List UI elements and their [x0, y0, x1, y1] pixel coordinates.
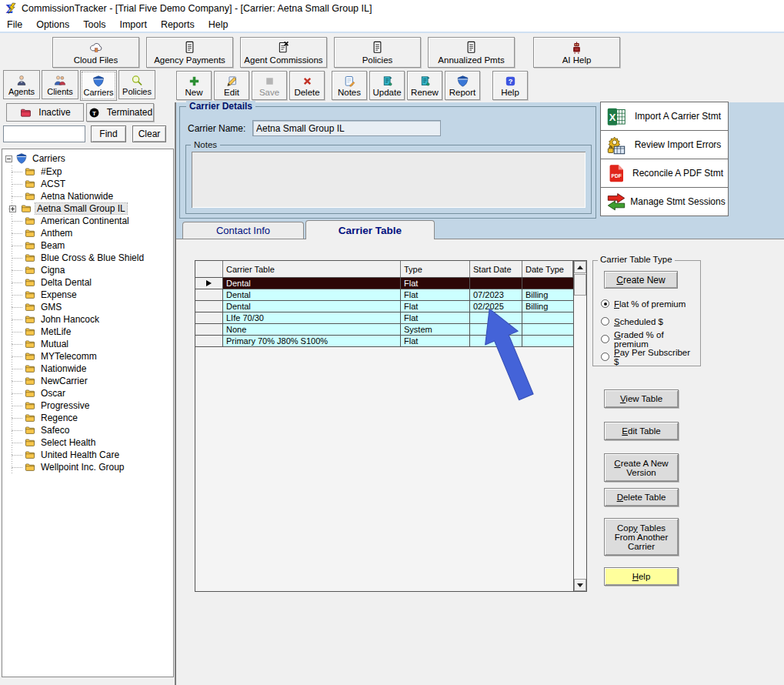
- record-toolbar-button[interactable]: Delete: [289, 71, 325, 100]
- statement-button[interactable]: X Import A Carrier Stmt: [600, 102, 729, 131]
- menu-item[interactable]: Reports: [154, 18, 202, 32]
- tree-item-carrier[interactable]: Wellpoint Inc. Group: [8, 461, 173, 473]
- table-action-button[interactable]: Edit Table: [604, 422, 679, 440]
- menu-item[interactable]: Options: [29, 18, 76, 32]
- tree-item-carrier[interactable]: Delta Dental: [8, 276, 173, 289]
- statement-button[interactable]: PDF Reconcile A PDF Stmt: [600, 159, 729, 188]
- menu-item[interactable]: File: [0, 18, 29, 32]
- tree-item-carrier[interactable]: Blue Cross & Blue Shield: [8, 252, 173, 264]
- carrier-table-row[interactable]: Dental Flat 07/2023 Billing: [195, 289, 573, 301]
- menu-item[interactable]: Import: [112, 18, 153, 32]
- record-toolbar-button[interactable]: Report: [445, 71, 480, 100]
- sidebar-tab[interactable]: Policies: [118, 70, 155, 99]
- carrier-name-input[interactable]: [252, 120, 441, 136]
- expand-plus-icon[interactable]: [9, 206, 16, 212]
- inactive-filter-button[interactable]: Inactive: [6, 103, 84, 122]
- terminated-filter-button[interactable]: T Terminated: [86, 103, 154, 122]
- table-type-radio[interactable]: Graded % of premium: [601, 330, 697, 348]
- tree-item-carrier[interactable]: Nationwide: [8, 363, 173, 375]
- tree-item-carrier[interactable]: Beam: [8, 239, 173, 252]
- scroll-up-icon[interactable]: [574, 261, 586, 273]
- tree-item-carrier[interactable]: Cigna: [8, 264, 173, 276]
- sidebar-tab[interactable]: Clients: [42, 70, 78, 99]
- tree-item-carrier[interactable]: Anthem: [8, 227, 173, 239]
- table-action-button[interactable]: Copy Tables From Another Carrier: [604, 518, 679, 556]
- expand-minus-icon[interactable]: [5, 155, 12, 162]
- tree-item-carrier[interactable]: Select Health: [8, 436, 173, 449]
- sidebar-tab[interactable]: Agents: [3, 70, 40, 99]
- menu-item[interactable]: Tools: [76, 18, 112, 32]
- tree-item-carrier[interactable]: ACST: [8, 178, 173, 190]
- table-type-radio[interactable]: Scheduled $: [601, 312, 697, 330]
- row-selector[interactable]: [195, 324, 223, 335]
- tree-item-carrier[interactable]: John Hancock: [8, 313, 173, 326]
- row-selector[interactable]: [195, 289, 223, 300]
- row-selector[interactable]: [195, 336, 223, 346]
- table-action-button[interactable]: Delete Table: [604, 488, 679, 506]
- tree-item-carrier[interactable]: Progressive: [8, 399, 173, 412]
- tab-contact-info[interactable]: Contact Info: [182, 222, 304, 239]
- statement-button[interactable]: Review Import Errors: [600, 130, 729, 159]
- tree-root-carriers[interactable]: Carriers: [5, 152, 173, 165]
- toolbar-button[interactable]: Policies: [334, 37, 421, 68]
- tree-item-carrier[interactable]: American Continental: [8, 215, 173, 227]
- table-action-button[interactable]: View Table: [604, 389, 679, 408]
- create-new-button[interactable]: Create New: [604, 271, 678, 289]
- tree-item-carrier[interactable]: United Health Care: [8, 449, 173, 461]
- tree-item-carrier[interactable]: #Exp: [8, 165, 173, 178]
- tree-item-carrier[interactable]: MYTelecomm: [8, 350, 173, 363]
- table-action-button[interactable]: Create A New Version: [604, 453, 679, 482]
- record-toolbar-button[interactable]: Update: [369, 71, 405, 100]
- record-toolbar-button[interactable]: Notes: [332, 71, 367, 100]
- statement-button[interactable]: Manage Stmt Sessions: [600, 187, 729, 216]
- tree-item-carrier[interactable]: MetLife: [8, 326, 173, 338]
- menu-item[interactable]: Help: [202, 18, 235, 32]
- tree-item-carrier[interactable]: Aetna Nationwide: [8, 190, 173, 202]
- tree-item-carrier[interactable]: Safeco: [8, 424, 173, 436]
- row-selector[interactable]: [195, 301, 223, 312]
- carrier-table-row[interactable]: Primary 70% J80% S100% Flat: [195, 336, 573, 347]
- record-toolbar-button[interactable]: New: [176, 71, 212, 100]
- scroll-down-icon[interactable]: [574, 579, 586, 591]
- record-toolbar-button[interactable]: Save: [252, 71, 287, 100]
- carrier-table-row[interactable]: Dental Flat: [195, 278, 573, 289]
- row-selector[interactable]: [195, 278, 223, 289]
- toolbar-button[interactable]: Agency Payments: [146, 37, 233, 68]
- table-action-button[interactable]: Help: [604, 567, 679, 586]
- plus-icon: [188, 75, 201, 88]
- carrier-table-row[interactable]: Dental Flat 02/2025 Billing: [195, 301, 573, 312]
- toolbar-button[interactable]: Cloud Files: [52, 37, 139, 68]
- notes-textarea[interactable]: [192, 152, 585, 208]
- carrier-table-row[interactable]: LIfe 70/30 Flat: [195, 312, 573, 324]
- record-toolbar-button[interactable]: Renew: [407, 71, 442, 100]
- tree-item-carrier[interactable]: Mutual: [8, 338, 173, 350]
- tree-item-carrier[interactable]: Aetna Small Group IL: [8, 202, 173, 215]
- sidebar-tab[interactable]: Carriers: [80, 70, 117, 101]
- window-title: CommissionTracker - [Trial Five Demo Com…: [22, 3, 372, 14]
- toolbar-button[interactable]: Agent Commissions: [240, 37, 327, 68]
- record-toolbar-button-label: Save: [259, 88, 279, 97]
- clear-button[interactable]: Clear: [132, 125, 166, 142]
- tree-item-carrier[interactable]: Regence: [8, 412, 173, 424]
- table-type-radio[interactable]: Flat % of premium: [601, 295, 697, 312]
- table-type-radio[interactable]: Pay Per Subscriber $: [601, 348, 697, 366]
- tree-item-carrier[interactable]: NewCarrier: [8, 375, 173, 387]
- search-input[interactable]: [3, 125, 85, 142]
- carrier-table-row[interactable]: None System: [195, 324, 573, 336]
- record-toolbar-button[interactable]: Edit: [214, 71, 249, 100]
- tree-items: #Exp ACST Aetna Nationwide Aetna Small G…: [8, 165, 173, 473]
- toolbar-button[interactable]: Annualized Pmts: [428, 37, 515, 68]
- toolbar-button[interactable]: AI Help: [533, 37, 620, 68]
- person-icon: [15, 74, 28, 87]
- scroll-thumb[interactable]: [574, 274, 586, 296]
- tab-carrier-table[interactable]: Carrier Table: [305, 220, 435, 239]
- tree-item-carrier[interactable]: Oscar: [8, 387, 173, 399]
- record-toolbar-button[interactable]: ? Help: [492, 71, 528, 100]
- statement-button-label: Reconcile A PDF Stmt: [628, 168, 728, 179]
- tree-item-carrier[interactable]: GMS: [8, 301, 173, 313]
- find-button[interactable]: Find: [91, 125, 126, 142]
- main-toolbar: Cloud Files Agency Payments Agent Commis…: [0, 34, 784, 70]
- vertical-scrollbar[interactable]: [573, 261, 586, 591]
- row-selector[interactable]: [195, 312, 223, 323]
- tree-item-carrier[interactable]: Expense: [8, 289, 173, 301]
